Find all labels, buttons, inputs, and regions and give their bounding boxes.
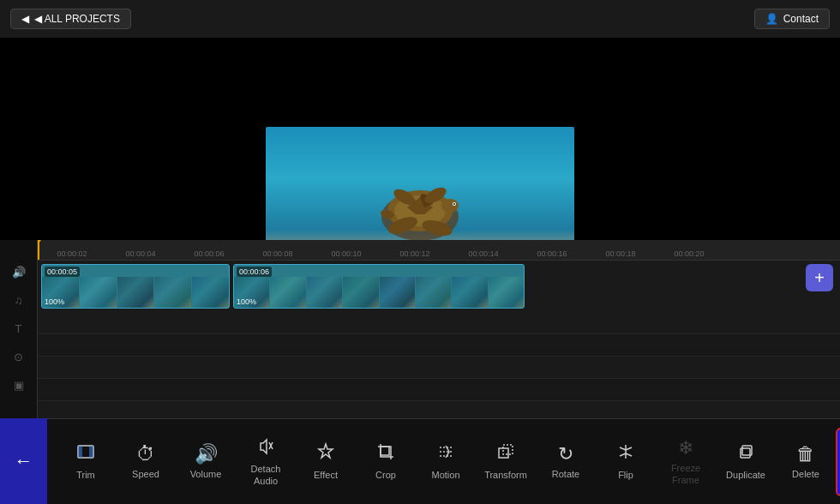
back-arrow: ← [15,450,33,472]
ruler-mark: 00:00:12 [381,249,449,258]
speed-icon: ⏱ [136,443,155,465]
flip-icon [616,442,635,466]
motion-icon [436,442,455,466]
empty-track-1 [38,312,840,334]
svg-rect-17 [78,446,82,458]
crop-icon [376,442,395,466]
flip-label: Flip [618,470,633,481]
volume-tool-icon: 🔊 [195,443,218,465]
clip-1-percent: 100% [45,297,64,306]
svg-rect-21 [381,447,389,455]
back-button[interactable]: ← [0,418,47,504]
sticker-track-icon: ⊙ [14,351,23,363]
crop-label: Crop [375,470,396,481]
contact-button[interactable]: 👤 Contact [754,9,830,29]
transform-icon [496,442,515,466]
effect-icon [316,442,335,466]
freeze-frame-label: FreezeFrame [671,463,700,485]
delete-label: Delete [792,469,819,480]
freeze-frame-tool: ❄ FreezeFrame [656,428,716,496]
text-track-icon: T [15,322,22,335]
save-video-tool[interactable]: Save Video [836,428,840,496]
svg-point-7 [453,203,455,205]
clip-1-frames [42,277,229,309]
all-projects-button[interactable]: ◀ ◀ ALL PROJECTS [10,9,131,29]
music-track-icon: ♫ [15,294,23,307]
ruler-mark: 00:00:10 [312,249,381,258]
video-clip-2[interactable]: 00:00:06 100% [233,264,525,309]
volume-tool[interactable]: 🔊 Volume [176,428,236,496]
speed-label: Speed [132,469,159,480]
empty-track-3 [38,357,840,379]
contact-label: Contact [783,13,819,25]
ruler-mark: 00:00:20 [655,249,723,258]
ruler-mark: 00:00:02 [38,249,106,258]
speed-tool[interactable]: ⏱ Speed [116,428,176,496]
ruler-mark: 00:00:14 [449,249,518,258]
filter-track-icon: ▣ [14,379,24,392]
top-bar: ◀ ◀ ALL PROJECTS 👤 Contact [0,0,840,38]
detach-audio-tool[interactable]: DetachAudio [236,428,296,496]
effect-tool[interactable]: Effect [296,428,356,496]
timeline-content: 00:00:02 00:00:04 00:00:06 00:00:08 00:0… [38,240,840,420]
clip-2-label: 00:00:06 [237,267,272,277]
ruler-mark: 00:00:06 [175,249,243,258]
svg-rect-22 [499,448,508,458]
volume-label: Volume [190,469,222,480]
tracks-container: 00:00:05 100% 00:00:06 [38,261,840,377]
timeline-track-controls: 🔊 ♫ T ⊙ ▣ [0,240,38,420]
empty-track-2 [38,334,840,357]
transform-tool[interactable]: Transform [476,428,536,496]
motion-label: Motion [431,470,459,481]
contact-avatar-icon: 👤 [765,13,778,25]
ruler-mark: 00:00:18 [586,249,655,258]
empty-track-4 [38,379,840,401]
svg-point-5 [441,199,459,213]
crop-tool[interactable]: Crop [356,428,416,496]
playhead-head [38,240,44,243]
delete-icon: 🗑 [796,443,815,465]
clip-1-label: 00:00:05 [45,267,80,277]
freeze-frame-icon: ❄ [678,437,693,459]
ruler-mark: 00:00:08 [243,249,312,258]
duplicate-icon [736,442,755,466]
time-ruler: 00:00:02 00:00:04 00:00:06 00:00:08 00:0… [38,240,840,261]
trim-icon [76,442,95,466]
svg-rect-18 [89,446,93,458]
detach-audio-label: DetachAudio [251,464,281,486]
playhead[interactable] [38,240,39,260]
ruler-mark: 00:00:04 [106,249,175,258]
detach-audio-icon [256,436,275,460]
rotate-label: Rotate [552,469,579,480]
effect-label: Effect [314,470,338,481]
all-projects-label: ◀ ALL PROJECTS [34,13,120,25]
trim-tool[interactable]: Trim [56,428,116,496]
ruler-mark: 00:00:16 [518,249,586,258]
flip-tool[interactable]: Flip [596,428,656,496]
back-arrow-icon: ◀ [21,13,29,25]
delete-tool[interactable]: 🗑 Delete [776,428,836,496]
clip-2-percent: 100% [237,297,256,306]
duplicate-label: Duplicate [726,470,765,481]
add-track-button[interactable]: + [806,264,833,291]
video-clip-1[interactable]: 00:00:05 100% [41,264,230,309]
timeline-area: 🔊 ♫ T ⊙ ▣ 00:00:02 00:00:04 00:00:06 00:… [0,240,840,420]
motion-tool[interactable]: Motion [416,428,476,496]
audio-track-icon: 🔊 [12,266,26,279]
trim-label: Trim [76,470,95,481]
bottom-toolbar: ➕ Add Split Trim ⏱ Speed 🔊 Volume Detach… [0,418,840,504]
transform-label: Transform [484,470,527,481]
clip-2-frames [234,277,524,309]
rotate-icon: ↻ [558,443,573,465]
ruler-marks: 00:00:02 00:00:04 00:00:06 00:00:08 00:0… [38,240,723,260]
duplicate-tool[interactable]: Duplicate [716,428,776,496]
rotate-tool[interactable]: ↻ Rotate [536,428,596,496]
